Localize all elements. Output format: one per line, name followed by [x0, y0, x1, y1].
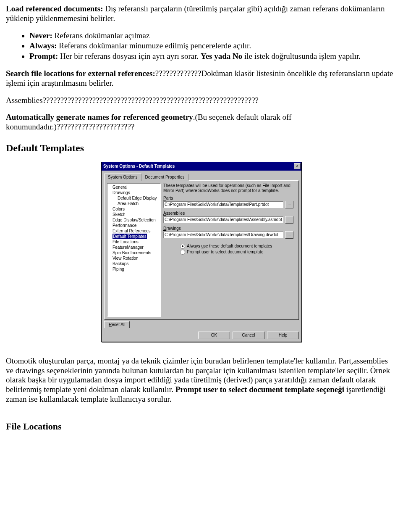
text-always: Referans dokümanlar minumuze edilmiş pen… — [57, 41, 251, 50]
label-never: Never: — [29, 31, 52, 40]
label-yes-no: Yes yada No — [201, 52, 242, 61]
radio-icon — [180, 250, 185, 255]
dialog-screenshot: System Options - Default Templates x Sys… — [6, 162, 397, 342]
bullet-always: Always: Referans dokümanlar minumuze edi… — [29, 41, 397, 51]
close-icon[interactable]: x — [294, 163, 301, 169]
help-button[interactable]: Help — [267, 332, 299, 339]
tree-item-external-references[interactable]: External References — [108, 228, 160, 234]
browse-drawings-button[interactable]: ... — [285, 231, 293, 239]
tree-item-featuremanager[interactable]: FeatureManager — [108, 245, 160, 250]
browse-parts-button[interactable]: ... — [285, 201, 293, 208]
dialog-titlebar: System Options - Default Templates x — [102, 162, 301, 171]
tab-bar: System Options Document Properties — [104, 173, 299, 180]
para-default-templates-desc: Otomotik oluşturulan parça, montaj ya da… — [6, 356, 397, 404]
tab-document-properties[interactable]: Document Properties — [141, 174, 188, 181]
tree-item-file-locations[interactable]: File Locations — [108, 239, 160, 245]
label-load-referenced: Load referenced documents: — [6, 4, 103, 13]
label-prompt: Prompt: — [29, 52, 58, 61]
radio-prompt-user[interactable]: Prompt user to select document template — [180, 250, 293, 255]
input-assemblies-template[interactable]: C:\Program Files\SolidWorks\data\Templat… — [163, 216, 283, 223]
tree-item-default-edge-display[interactable]: Default Edge Display — [108, 195, 160, 201]
ok-button[interactable]: OK — [198, 332, 230, 339]
reset-all-button[interactable]: Reset All — [104, 321, 130, 328]
options-tree[interactable]: General Drawings Default Edge Display Ar… — [107, 183, 161, 317]
tree-item-view-rotation[interactable]: View Rotation — [108, 255, 160, 261]
tree-item-drawings[interactable]: Drawings — [108, 190, 160, 195]
radio-prompt-label: Prompt user to select document template — [187, 250, 263, 255]
tree-item-edge-display-selection[interactable]: Edge Display/Selection — [108, 217, 160, 223]
radio-group: Always use these default document templa… — [180, 244, 293, 255]
para-search-file-locations: Search file locations for external refer… — [6, 69, 397, 88]
dialog-footer: OK Cancel Help — [102, 329, 301, 342]
cancel-button[interactable]: Cancel — [233, 332, 264, 339]
tab-panel: General Drawings Default Edge Display Ar… — [104, 180, 299, 320]
tab-system-options[interactable]: System Options — [104, 174, 141, 181]
bullet-list: Never: Referans dokümanlar açılmaz Alway… — [6, 31, 397, 61]
bullet-prompt: Prompt: Her bir referans dosyası için ay… — [29, 52, 397, 61]
tree-item-sketch[interactable]: Sketch — [108, 212, 160, 217]
text-never: Referans dokümanlar açılmaz — [52, 31, 150, 40]
system-options-dialog: System Options - Default Templates x Sys… — [101, 162, 302, 342]
intro-text: These templates will be used for operati… — [163, 183, 293, 193]
tree-item-backups[interactable]: Backups — [108, 261, 160, 266]
text-prompt-tail: ile istek doğrultusunda işlem yapılır. — [242, 52, 361, 61]
label-parts: Parts — [163, 196, 293, 201]
tree-item-general[interactable]: General — [108, 184, 160, 190]
tree-item-area-hatch[interactable]: Area Hatch — [108, 201, 160, 206]
label-search-file-locations: Search file locations for external refer… — [6, 69, 155, 78]
label-auto-generate-names: Automatically generate names for referen… — [6, 113, 193, 121]
label-assemblies: Assemblies — [163, 211, 293, 216]
options-right-pane: These templates will be used for operati… — [161, 183, 296, 317]
tree-item-spin-box-increments[interactable]: Spin Box Increments — [108, 250, 160, 255]
para-auto-generate-names: Automatically generate names for referen… — [6, 113, 397, 132]
para-assemblies: Assemblies??????????????????????????????… — [6, 96, 397, 105]
input-parts-template[interactable]: C:\Program Files\SolidWorks\data\Templat… — [163, 201, 283, 208]
heading-default-templates: Default Templates — [6, 142, 397, 154]
label-prompt-user-option: Prompt user to select document template … — [175, 385, 344, 394]
dialog-title: System Options - Default Templates — [103, 164, 294, 169]
radio-always-use[interactable]: Always use these default document templa… — [180, 244, 293, 249]
bullet-never: Never: Referans dokümanlar açılmaz — [29, 31, 397, 41]
label-drawings: Drawings — [163, 226, 293, 231]
input-drawings-template[interactable]: C:\Program Files\SolidWorks\data\Templat… — [163, 232, 283, 238]
tree-item-default-templates[interactable]: Default Templates — [108, 234, 160, 239]
radio-always-label: Always use these default document templa… — [187, 244, 272, 249]
browse-assemblies-button[interactable]: ... — [285, 216, 293, 224]
tree-item-performance[interactable]: Performance — [108, 223, 160, 228]
radio-icon — [180, 244, 185, 249]
text-prompt: Her bir referans dosyası için ayrı ayrı … — [58, 52, 201, 61]
label-always: Always: — [29, 41, 57, 50]
tree-item-piping[interactable]: Piping — [108, 266, 160, 272]
heading-file-locations: File Locations — [6, 421, 397, 432]
tree-item-colors[interactable]: Colors — [108, 206, 160, 212]
para-load-referenced: Load referenced documents: Dış referansl… — [6, 4, 397, 24]
